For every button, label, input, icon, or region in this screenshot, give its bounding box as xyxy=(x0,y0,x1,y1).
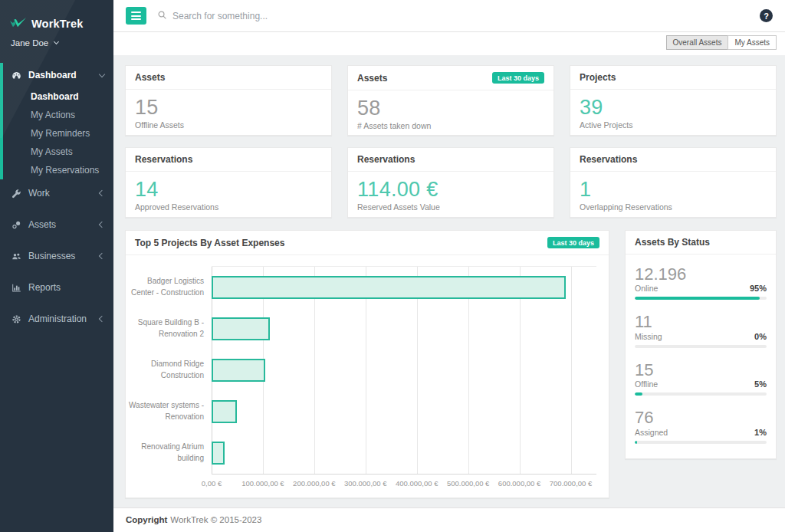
status-label: Offline xyxy=(635,379,658,389)
sidebar-item-administration[interactable]: Administration xyxy=(0,307,113,331)
stat-card-body: 58# Assets taken down xyxy=(348,90,553,136)
stat-card-offline-assets: Assets15Offline Assets xyxy=(125,65,332,136)
sidebar-subitem-dashboard[interactable]: Dashboard xyxy=(3,87,113,106)
caret-down-icon xyxy=(54,39,59,44)
stat-label: Overlapping Reservations xyxy=(580,202,767,212)
user-name: Jane Doe xyxy=(11,38,48,48)
toolbar-strip: Overall AssetsMy Assets xyxy=(113,32,785,55)
stat-card-body: 14Approved Reservations xyxy=(126,172,331,218)
stat-label: # Assets taken down xyxy=(357,121,544,130)
bar-badger-logistics-center-construction[interactable] xyxy=(212,276,566,299)
copyright-label: Copyright xyxy=(126,515,167,524)
stat-card-body: 15Offline Assets xyxy=(126,90,331,136)
bar-diamond-ridge-construction[interactable] xyxy=(212,359,265,382)
stat-card-reserved-assets-value: Reservations114.00 €Reserved Assets Valu… xyxy=(347,147,554,218)
chart-category-labels: Badger Logistics Center - ConstructionSq… xyxy=(126,266,212,475)
bar-renovating-atrium-building[interactable] xyxy=(212,442,225,465)
sidebar-subitem-my-actions[interactable]: My Actions xyxy=(3,106,113,124)
sidebar-subitem-my-reservations[interactable]: My Reservations xyxy=(3,161,113,179)
gauge-icon xyxy=(11,71,21,80)
sidebar-item-assets[interactable]: Assets xyxy=(0,212,113,237)
sidebar-item-businesses[interactable]: Businesses xyxy=(0,244,113,268)
chart-body: Badger Logistics Center - ConstructionSq… xyxy=(126,255,609,498)
sidebar-item-work[interactable]: Work xyxy=(0,181,113,205)
sidebar-item-reports[interactable]: Reports xyxy=(0,275,113,300)
progress-bar-track xyxy=(635,297,767,300)
sidebar-item-label: Administration xyxy=(28,314,87,324)
chevron-left-icon xyxy=(99,316,105,322)
topbar: ? xyxy=(113,0,785,32)
stat-card-header: Projects xyxy=(570,66,776,90)
stat-card-overlapping-reservations: Reservations1Overlapping Reservations xyxy=(570,147,777,218)
sidebar-subitem-my-reminders[interactable]: My Reminders xyxy=(3,124,113,143)
status-list: 12.196Online95%11Missing0%15Offline5%76A… xyxy=(626,255,776,458)
status-item-offline: 15Offline5% xyxy=(635,355,767,402)
sidebar-item-label: Businesses xyxy=(28,251,75,261)
search-icon xyxy=(157,9,167,23)
sidebar-toggle-button[interactable] xyxy=(126,7,146,25)
stat-card-title: Assets xyxy=(357,73,387,84)
toggle-overall-assets-button[interactable]: Overall Assets xyxy=(666,35,729,50)
bar-square-building-b-renovation-2[interactable] xyxy=(212,317,270,340)
stat-card-title: Assets xyxy=(135,72,165,83)
stat-label: Reserved Assets Value xyxy=(357,202,544,212)
status-percent: 0% xyxy=(754,332,767,341)
progress-bar-fill xyxy=(635,392,642,396)
chevron-left-icon xyxy=(99,190,105,196)
progress-bar-track xyxy=(635,392,767,396)
status-label: Online xyxy=(635,284,658,293)
gear-icon xyxy=(11,314,21,324)
main-area: ? Overall AssetsMy Assets Assets15Offlin… xyxy=(113,0,785,532)
status-percent: 5% xyxy=(754,379,767,389)
chart-x-axis: 0,00 €100.000,00 €200.000,00 €300.000,00… xyxy=(212,475,596,490)
stat-label: Active Projects xyxy=(580,120,767,130)
assets-by-status-card: Assets By Status 12.196Online95%11Missin… xyxy=(625,230,777,459)
status-item-online: 12.196Online95% xyxy=(635,259,767,307)
progress-bar-fill xyxy=(635,297,760,300)
stat-card-title: Projects xyxy=(580,72,616,83)
chart-category-label: Wastewater systems - Renovation xyxy=(126,390,212,432)
stat-card-title: Reservations xyxy=(135,154,192,165)
status-value: 11 xyxy=(635,312,767,332)
stat-value: 58 xyxy=(357,97,544,120)
stat-card-active-projects: Projects39Active Projects xyxy=(570,65,777,136)
stat-value: 114.00 € xyxy=(357,178,544,202)
stat-card-header: Assets xyxy=(126,66,331,90)
assets-scope-toggle: Overall AssetsMy Assets xyxy=(666,35,777,50)
stat-card-body: 39Active Projects xyxy=(570,90,776,136)
chart-card-header: Top 5 Projects By Asset Expenses Last 30… xyxy=(126,231,609,255)
copyright-text: WorkTrek © 2015-2023 xyxy=(170,515,261,524)
expenses-chart-card: Top 5 Projects By Asset Expenses Last 30… xyxy=(125,230,609,498)
stat-value: 1 xyxy=(580,178,767,202)
x-axis-tick: 200.000,00 € xyxy=(293,479,335,488)
bar-wastewater-systems-renovation[interactable] xyxy=(212,400,237,423)
last-30-days-badge: Last 30 days xyxy=(492,72,544,84)
stat-label: Offline Assets xyxy=(135,120,322,130)
chart-category-label: Badger Logistics Center - Construction xyxy=(126,266,212,307)
sidebar-subitem-my-assets[interactable]: My Assets xyxy=(3,143,113,161)
status-card-title: Assets By Status xyxy=(635,237,710,248)
toggle-my-assets-button[interactable]: My Assets xyxy=(728,35,777,50)
sidebar-item-dashboard[interactable]: Dashboard xyxy=(3,63,113,87)
status-value: 76 xyxy=(635,408,767,428)
x-axis-tick: 0,00 € xyxy=(202,479,222,488)
progress-bar-fill xyxy=(635,441,637,444)
search-input[interactable] xyxy=(172,11,372,21)
sidebar: WorkTrek Jane Doe DashboardDashboardMy A… xyxy=(0,0,113,532)
progress-bar-track xyxy=(635,441,767,444)
help-button[interactable]: ? xyxy=(760,9,773,22)
bar-chart-icon xyxy=(11,283,21,293)
question-mark-icon: ? xyxy=(764,11,769,21)
stat-value: 39 xyxy=(580,96,767,120)
status-card-header: Assets By Status xyxy=(626,231,776,255)
stat-value: 14 xyxy=(135,178,322,202)
user-menu[interactable]: Jane Doe xyxy=(0,35,113,60)
stat-label: Approved Reservations xyxy=(135,202,322,212)
chart-category-label: Renovating Atrium building xyxy=(126,432,212,473)
sidebar-menu: DashboardDashboardMy ActionsMy Reminders… xyxy=(0,60,113,331)
bottom-row: Top 5 Projects By Asset Expenses Last 30… xyxy=(125,230,777,498)
stat-card-body: 1Overlapping Reservations xyxy=(570,172,776,218)
status-item-assigned: 76Assigned1% xyxy=(635,402,767,450)
status-item-missing: 11Missing0% xyxy=(635,307,767,354)
dashboard-content: Assets15Offline AssetsAssetsLast 30 days… xyxy=(113,55,785,507)
